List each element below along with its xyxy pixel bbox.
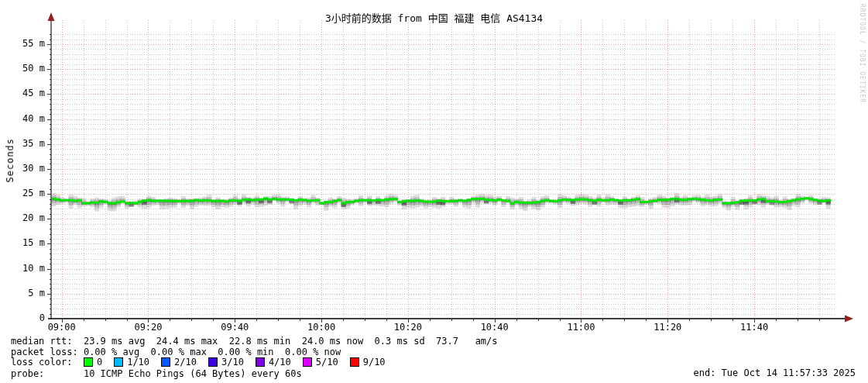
x-tick-label: 10:00 — [294, 323, 348, 333]
x-tick-label: 10:40 — [468, 323, 522, 333]
loss-color-legend: loss color: 01/102/103/104/105/109/10 — [11, 357, 397, 367]
end-timestamp: end: Tue Oct 14 11:57:33 2025 — [693, 367, 856, 378]
loss-swatch-icon — [208, 357, 218, 367]
y-tick-label: 45 m — [0, 88, 45, 98]
x-tick-label: 09:40 — [208, 323, 262, 333]
y-tick-label: 25 m — [0, 188, 45, 198]
y-tick-label: 10 m — [0, 264, 45, 274]
loss-legend-item: 2/10 — [161, 357, 197, 367]
loss-legend-item: 4/10 — [256, 357, 291, 367]
loss-swatch-icon — [161, 357, 170, 367]
x-tick-label: 09:00 — [35, 323, 89, 333]
loss-legend-label: 2/10 — [174, 357, 197, 367]
loss-swatch-icon — [350, 357, 359, 367]
packet-loss-stats-line: packet loss: 0.00 % avg 0.00 % max 0.00 … — [11, 347, 341, 357]
loss-legend-label: 0 — [97, 357, 102, 367]
rrdtool-watermark: RRDTOOL / TOBI OETIKER — [859, 4, 866, 103]
loss-legend-item: 9/10 — [350, 357, 386, 367]
x-tick-label: 11:40 — [727, 323, 781, 333]
loss-swatch-icon — [256, 357, 265, 367]
loss-swatch-icon — [114, 357, 123, 367]
x-tick-label: 11:20 — [640, 323, 695, 333]
y-tick-label: 55 m — [0, 39, 45, 49]
x-tick-label: 10:20 — [381, 323, 435, 333]
y-tick-label: 30 m — [0, 164, 45, 174]
y-tick-label: 35 m — [0, 139, 45, 149]
y-tick-label: 50 m — [0, 64, 45, 74]
y-tick-label: 15 m — [0, 238, 45, 248]
loss-color-label: loss color: — [11, 357, 84, 367]
probe-info-line: probe: 10 ICMP Echo Pings (64 Bytes) eve… — [11, 368, 302, 379]
loss-swatch-icon — [84, 357, 93, 367]
loss-swatch-icon — [303, 357, 312, 367]
loss-legend-items: 01/102/103/104/105/109/10 — [84, 357, 397, 367]
y-tick-label: 40 m — [0, 114, 45, 124]
loss-legend-label: 9/10 — [363, 357, 386, 367]
chart-title: 3小时前的数据 from 中国 福建 电信 AS4134 — [0, 10, 868, 25]
y-tick-label: 5 m — [0, 288, 45, 298]
median-rtt-stats-line: median rtt: 23.9 ms avg 24.4 ms max 22.8… — [11, 336, 498, 347]
loss-legend-item: 3/10 — [208, 357, 244, 367]
loss-legend-label: 4/10 — [269, 357, 291, 367]
loss-legend-label: 3/10 — [221, 357, 244, 367]
x-tick-label: 09:20 — [121, 323, 175, 333]
x-tick-label: 11:00 — [554, 323, 608, 333]
loss-legend-item: 5/10 — [303, 357, 338, 367]
loss-legend-label: 1/10 — [127, 357, 149, 367]
loss-legend-label: 5/10 — [316, 357, 338, 367]
loss-legend-item: 1/10 — [114, 357, 149, 367]
loss-legend-item: 0 — [84, 357, 102, 367]
y-tick-label: 20 m — [0, 213, 45, 223]
